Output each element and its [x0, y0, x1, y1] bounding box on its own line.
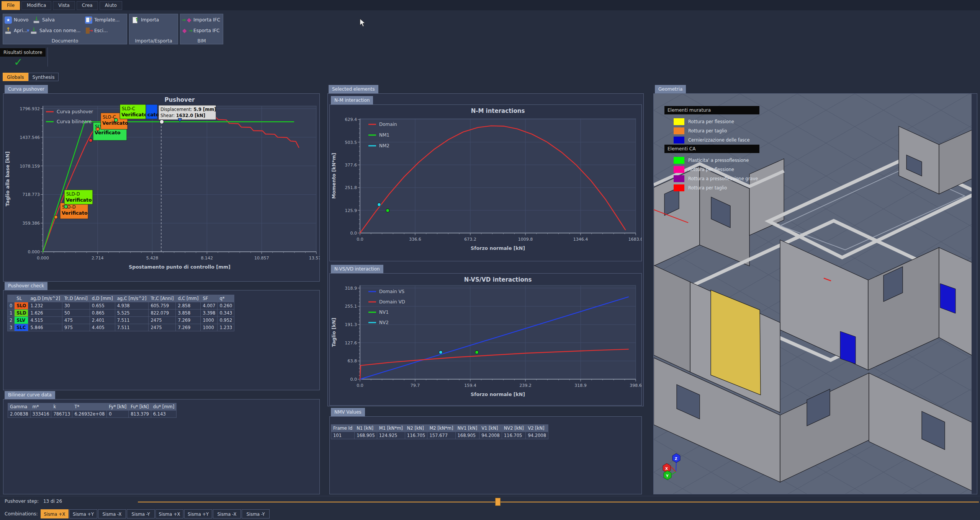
column-header[interactable]: SL [15, 295, 28, 302]
panel-caption-nvsvd-interaction[interactable]: N-VS/VD interaction [331, 265, 383, 273]
panel-caption-geometria[interactable]: Geometria [655, 85, 686, 93]
column-header[interactable]: Fu* [kN] [129, 403, 151, 411]
chart-nm[interactable]: 0.0336.6673.21009.81346.41683.00.0125.92… [330, 105, 642, 260]
open-button[interactable]: Apri... [5, 26, 28, 36]
template-icon [85, 16, 92, 24]
menu-item-vista[interactable]: Vista [53, 1, 75, 10]
menu-item-aiuto[interactable]: Aiuto [100, 1, 122, 10]
limit-state-badge: SLC [15, 324, 28, 331]
mouse-cursor [359, 18, 367, 28]
column-header[interactable]: ag,C [m/s^2] [115, 295, 149, 302]
legend-color-swatch [674, 157, 684, 164]
chevron-down-icon[interactable]: ▼ [27, 29, 29, 33]
combination-tab-5[interactable]: Sisma +Y [184, 509, 212, 518]
combination-tab-1[interactable]: Sisma +Y [69, 509, 97, 518]
column-header[interactable]: SF [201, 295, 218, 302]
column-header[interactable]: M1 [kN*m] [377, 425, 405, 432]
combination-tab-3[interactable]: Sisma -Y [127, 509, 155, 518]
table-row[interactable]: 2SLV4.5154752.4017.51124757.26910000.952 [8, 317, 234, 324]
column-header[interactable]: d,C [mm] [176, 295, 201, 302]
svg-text:8.142: 8.142 [201, 256, 213, 261]
column-header[interactable]: d,D [mm] [90, 295, 115, 302]
svg-text:Displacement: 5.9 [mm]: Displacement: 5.9 [mm] [160, 107, 216, 112]
panel-caption-selected-elements[interactable]: Selected elements [329, 85, 378, 93]
column-header[interactable]: Tr,C [Anni] [149, 295, 176, 302]
column-header[interactable]: N2 [kN] [405, 425, 427, 432]
column-header[interactable]: Tr,D [Anni] [62, 295, 90, 302]
combination-tab-2[interactable]: Sisma -X [98, 509, 126, 518]
new-button[interactable]: ★ Nuovo [5, 15, 28, 25]
solver-ok-check-icon: ✓ [14, 56, 23, 68]
menu-item-crea[interactable]: Crea [77, 1, 98, 10]
solver-results-label: Risultati solutore [0, 48, 46, 57]
svg-text:N-M interactions: N-M interactions [471, 108, 525, 114]
svg-text:NM2: NM2 [379, 143, 389, 148]
column-header[interactable]: Fy* [kN] [107, 403, 129, 411]
column-header[interactable]: T* [72, 403, 107, 411]
pushover-step-slider-track[interactable] [138, 502, 979, 502]
column-header[interactable] [8, 295, 15, 302]
combination-tab-4[interactable]: Sisma +X [155, 509, 183, 518]
table-row[interactable]: 1SLD1.626500.8655.525822.0793.8583.3980.… [8, 310, 234, 317]
column-header[interactable]: NV1 [kN] [455, 425, 479, 432]
legend-item: Plasticita' a pressoflessione [664, 156, 764, 165]
column-header[interactable]: Gamma [8, 403, 31, 411]
button-label: Importa IFC [193, 17, 220, 23]
application-window: FileModificaVistaCreaAiuto ★ Nuovo Salva… [0, 0, 980, 520]
column-header[interactable]: k [51, 403, 72, 411]
exit-button[interactable]: Esci... [85, 26, 108, 36]
combination-tab-0[interactable]: Sisma +X [41, 509, 69, 518]
combination-tab-7[interactable]: Sisma -Y [242, 509, 270, 518]
panel-caption-curva-pushover[interactable]: Curva pushover [5, 85, 48, 93]
export-ifc-button[interactable]: ◆ ⇒ Esporta IFC [182, 26, 219, 36]
column-header[interactable]: Frame Id [331, 425, 355, 432]
column-header[interactable]: ag,D [m/s^2] [28, 295, 62, 302]
save-button[interactable]: Salva [33, 15, 55, 25]
svg-text:13.571: 13.571 [309, 256, 320, 261]
column-header[interactable]: du* [mm] [151, 403, 176, 411]
column-header[interactable]: m* [30, 403, 51, 411]
panel-caption-pushover-check[interactable]: Pushover check [5, 282, 47, 290]
svg-text:Taglio [kN]: Taglio [kN] [331, 318, 337, 347]
table-row[interactable]: 0SLO1.232300.6554.938605.7592.8584.0070.… [8, 302, 234, 310]
svg-text:Taglio alla base [kN]: Taglio alla base [kN] [5, 152, 10, 206]
svg-text:0.0: 0.0 [350, 377, 357, 382]
spandrel-hinge-blue[interactable] [840, 331, 856, 364]
table-row[interactable]: 2.008383334167867136.26932e+080813.3796.… [8, 411, 177, 418]
column-header[interactable]: M2 [kN*m] [427, 425, 455, 432]
tab-globals[interactable]: Globals [3, 73, 28, 81]
svg-text:Momento [kN*m]: Momento [kN*m] [331, 153, 337, 199]
button-label: Esci... [94, 28, 108, 33]
chart-pushover[interactable]: 0.0002.7145.4288.14210.85713.5710.000359… [4, 94, 320, 280]
step-label: Pushover step: [5, 499, 39, 504]
import-button[interactable]: Importa [132, 15, 159, 25]
chart-nvsvd[interactable]: 0.079.7159.4239.2318.9398.60.063.8127.61… [330, 274, 642, 403]
new-document-icon: ★ [5, 16, 12, 24]
panel-caption-nmv-values[interactable]: NMV Values [331, 408, 365, 416]
table-row[interactable]: 101168.905124.925116.705157.677168.90594… [331, 432, 548, 439]
column-header[interactable]: NV2 [kN] [502, 425, 526, 432]
legend-color-swatch [674, 166, 684, 173]
ifc-model-icon: ◆ [187, 16, 191, 24]
column-header[interactable]: V1 [kN] [479, 425, 502, 432]
pushover-step-slider-handle[interactable] [495, 498, 501, 506]
table-row[interactable]: 3SLC5.8469754.4057.51124757.26910001.233 [8, 324, 234, 331]
panel-caption-bilinear[interactable]: Bilinear curve data [5, 391, 55, 399]
column-header[interactable]: V2 [kN] [526, 425, 548, 432]
save-as-button[interactable]: ▼ Salva con nome... [27, 26, 80, 36]
column-header[interactable]: N1 [kN] [355, 425, 377, 432]
svg-text:127.6: 127.6 [345, 341, 357, 346]
svg-text:SLD-C: SLD-C [122, 106, 135, 111]
combination-tab-6[interactable]: Sisma -X [213, 509, 241, 518]
tab-synthesis[interactable]: Synthesis [28, 73, 59, 81]
combinations-tab-bar: Sisma +XSisma +YSisma -XSisma -YSisma +X… [41, 509, 270, 518]
template-button[interactable]: Template... [85, 15, 119, 25]
menu-item-file[interactable]: File [2, 1, 20, 10]
svg-text:0.000: 0.000 [28, 249, 40, 254]
svg-text:0.0: 0.0 [357, 237, 363, 242]
menu-item-modifica[interactable]: Modifica [21, 1, 51, 10]
column-header[interactable]: q* [218, 295, 234, 302]
import-ifc-button[interactable]: ⇒ ◆ Importa IFC [182, 15, 220, 25]
svg-text:N-VS/VD interactions: N-VS/VD interactions [464, 276, 532, 283]
panel-caption-nm-interaction[interactable]: N-M interaction [331, 96, 373, 104]
